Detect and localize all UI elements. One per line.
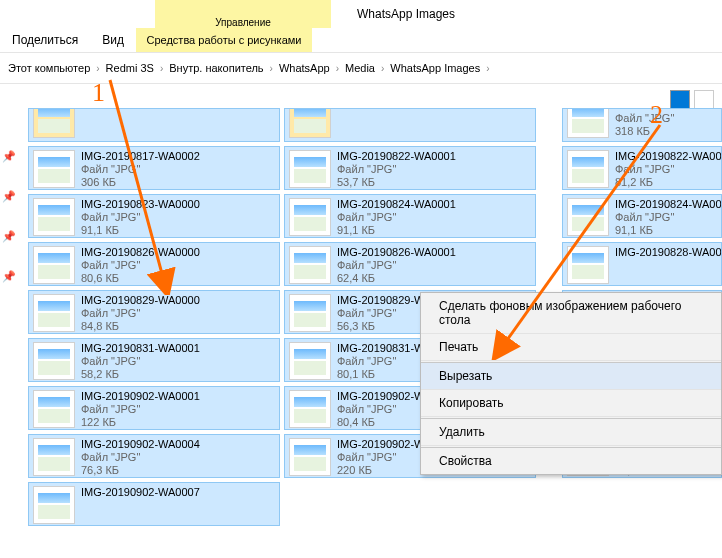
chevron-right-icon[interactable]: › bbox=[96, 63, 99, 74]
file-size: 53,7 КБ bbox=[337, 176, 456, 189]
image-file-icon bbox=[33, 294, 75, 332]
ribbon-bar: Управление WhatsApp Images bbox=[0, 0, 722, 28]
image-file-icon bbox=[33, 486, 75, 524]
file-size: 81,2 КБ bbox=[615, 176, 722, 189]
file-name: IMG-20190902-WA0001 bbox=[81, 390, 200, 403]
file-tile[interactable]: IMG-20190829-WA0000Файл "JPG"84,8 КБ bbox=[28, 290, 280, 334]
file-size: 122 КБ bbox=[81, 416, 200, 429]
crumb-storage[interactable]: Внутр. накопитель bbox=[169, 62, 263, 74]
file-tile[interactable]: IMG-20190824-WA0001Файл "JPG"91,1 КБ bbox=[284, 194, 536, 238]
file-tile[interactable]: IMG-20190826-WA0001Файл "JPG"62,4 КБ bbox=[284, 242, 536, 286]
file-name: IMG-20190829-WA0000 bbox=[81, 294, 200, 307]
file-type: Файл "JPG" bbox=[615, 112, 674, 125]
file-name: IMG-20190817-WA0002 bbox=[81, 150, 200, 163]
tab-share[interactable]: Поделиться bbox=[12, 33, 78, 47]
file-name: IMG-20190822-WA0001 bbox=[337, 150, 456, 163]
crumb-device[interactable]: Redmi 3S bbox=[106, 62, 154, 74]
file-tile[interactable]: IMG-20190828-WA0000 bbox=[562, 242, 722, 286]
menu-print[interactable]: Печать bbox=[421, 334, 721, 361]
file-type: Файл "JPG" bbox=[81, 307, 200, 320]
image-file-icon bbox=[289, 246, 331, 284]
view-details-icon[interactable] bbox=[670, 90, 690, 110]
file-name: IMG-20190902-WA0004 bbox=[81, 438, 200, 451]
image-file-icon bbox=[33, 390, 75, 428]
file-tile[interactable]: IMG-20190822-WA0003Файл "JPG"81,2 КБ bbox=[562, 146, 722, 190]
pin-icon: 📌 bbox=[2, 230, 12, 240]
file-type: Файл "JPG" bbox=[81, 451, 200, 464]
file-size: 91,1 КБ bbox=[615, 224, 722, 237]
crumb-images[interactable]: WhatsApp Images bbox=[390, 62, 480, 74]
file-type: Файл "JPG" bbox=[81, 211, 200, 224]
file-name: IMG-20190826-WA0001 bbox=[337, 246, 456, 259]
file-name: IMG-20190823-WA0000 bbox=[81, 198, 200, 211]
image-file-icon bbox=[567, 246, 609, 284]
contextual-tools-header: Управление bbox=[155, 0, 331, 28]
file-size: 84,8 КБ bbox=[81, 320, 200, 333]
annotation-number-1: 1 bbox=[92, 78, 105, 108]
context-menu: Сделать фоновым изображением рабочего ст… bbox=[420, 292, 722, 475]
image-file-icon bbox=[33, 150, 75, 188]
file-size: 306 КБ bbox=[81, 176, 200, 189]
folder-tile-partial[interactable] bbox=[28, 108, 280, 142]
file-tile[interactable]: IMG-20190826-WA0000Файл "JPG"80,6 КБ bbox=[28, 242, 280, 286]
crumb-media[interactable]: Media bbox=[345, 62, 375, 74]
tab-picture-tools[interactable]: Средства работы с рисунками bbox=[136, 28, 312, 52]
file-size: 80,6 КБ bbox=[81, 272, 200, 285]
window-title: WhatsApp Images bbox=[357, 7, 455, 21]
crumb-whatsapp[interactable]: WhatsApp bbox=[279, 62, 330, 74]
file-name: IMG-20190824-WA0001 bbox=[337, 198, 456, 211]
menu-properties[interactable]: Свойства bbox=[421, 448, 721, 474]
file-size: 318 КБ bbox=[615, 125, 674, 138]
view-mode-buttons bbox=[670, 90, 714, 110]
file-name: IMG-20190826-WA0000 bbox=[81, 246, 200, 259]
file-tile[interactable]: IMG-20190902-WA0004Файл "JPG"76,3 КБ bbox=[28, 434, 280, 478]
pin-icon: 📌 bbox=[2, 270, 12, 280]
image-file-icon bbox=[289, 294, 331, 332]
image-file-icon bbox=[567, 150, 609, 188]
file-name: IMG-20190831-WA0001 bbox=[81, 342, 200, 355]
chevron-right-icon[interactable]: › bbox=[270, 63, 273, 74]
file-tile[interactable]: IMG-20190831-WA0001Файл "JPG"58,2 КБ bbox=[28, 338, 280, 382]
menu-copy[interactable]: Копировать bbox=[421, 390, 721, 417]
file-name: IMG-20190828-WA0000 bbox=[615, 246, 722, 259]
file-type: Файл "JPG" bbox=[615, 211, 722, 224]
image-file-icon bbox=[33, 246, 75, 284]
image-file-icon bbox=[567, 108, 609, 138]
file-type: Файл "JPG" bbox=[81, 259, 200, 272]
chevron-right-icon[interactable]: › bbox=[381, 63, 384, 74]
menu-set-wallpaper[interactable]: Сделать фоновым изображением рабочего ст… bbox=[421, 293, 721, 334]
file-name: IMG-20190902-WA0007 bbox=[81, 486, 200, 499]
file-tile[interactable]: IMG-20190902-WA0007 bbox=[28, 482, 280, 526]
chevron-right-icon[interactable]: › bbox=[486, 63, 489, 74]
image-file-icon bbox=[33, 198, 75, 236]
annotation-number-2: 2 bbox=[650, 100, 663, 130]
file-name: IMG-20190824-WA0003 bbox=[615, 198, 722, 211]
breadcrumb[interactable]: Этот компьютер› Redmi 3S› Внутр. накопит… bbox=[0, 53, 722, 84]
view-preview-icon[interactable] bbox=[694, 90, 714, 110]
crumb-this-pc[interactable]: Этот компьютер bbox=[8, 62, 90, 74]
folder-icon bbox=[289, 108, 331, 138]
image-file-icon bbox=[567, 198, 609, 236]
image-file-icon bbox=[33, 438, 75, 476]
file-tile[interactable]: IMG-20190902-WA0001Файл "JPG"122 КБ bbox=[28, 386, 280, 430]
file-tile-partial[interactable]: Файл "JPG"318 КБ bbox=[562, 108, 722, 142]
pin-icon: 📌 bbox=[2, 150, 12, 160]
file-size: 91,1 КБ bbox=[337, 224, 456, 237]
image-file-icon bbox=[289, 438, 331, 476]
image-file-icon bbox=[33, 342, 75, 380]
manage-label: Управление bbox=[215, 17, 271, 28]
file-size: 91,1 КБ bbox=[81, 224, 200, 237]
chevron-right-icon[interactable]: › bbox=[160, 63, 163, 74]
image-file-icon bbox=[289, 150, 331, 188]
file-tile[interactable]: IMG-20190823-WA0000Файл "JPG"91,1 КБ bbox=[28, 194, 280, 238]
menu-cut[interactable]: Вырезать bbox=[421, 363, 721, 390]
folder-icon bbox=[33, 108, 75, 138]
chevron-right-icon[interactable]: › bbox=[336, 63, 339, 74]
tab-view[interactable]: Вид bbox=[102, 33, 124, 47]
pin-icon: 📌 bbox=[2, 190, 12, 200]
menu-delete[interactable]: Удалить bbox=[421, 419, 721, 446]
file-tile[interactable]: IMG-20190824-WA0003Файл "JPG"91,1 КБ bbox=[562, 194, 722, 238]
file-tile[interactable]: IMG-20190817-WA0002Файл "JPG"306 КБ bbox=[28, 146, 280, 190]
folder-tile-partial[interactable] bbox=[284, 108, 536, 142]
file-tile[interactable]: IMG-20190822-WA0001Файл "JPG"53,7 КБ bbox=[284, 146, 536, 190]
